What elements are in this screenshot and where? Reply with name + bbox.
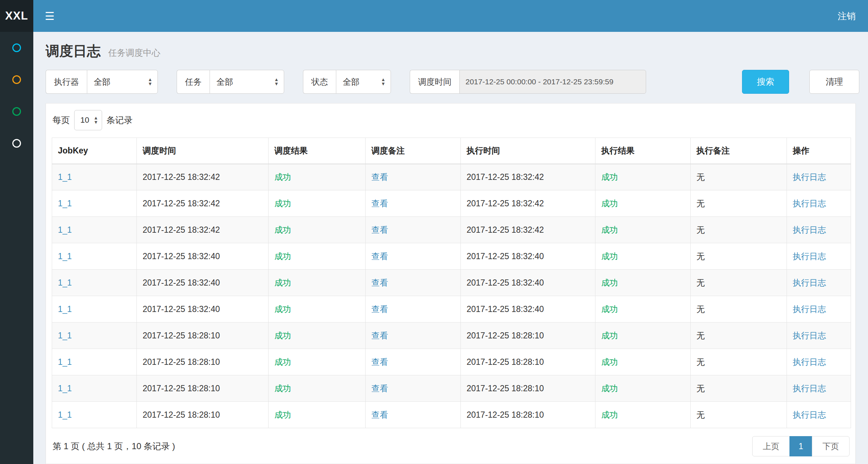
table-footer: 第 1 页 ( 总共 1 页，10 条记录 ) 上页 1 下页 bbox=[52, 436, 850, 456]
trigger-result-cell: 成功 bbox=[269, 296, 366, 322]
pagination: 上页 1 下页 bbox=[752, 436, 850, 456]
content-header: 调度日志 任务调度中心 bbox=[33, 32, 868, 70]
trigger-msg-link[interactable]: 查看 bbox=[371, 384, 388, 393]
execution-log-link[interactable]: 执行日志 bbox=[793, 304, 826, 314]
log-row: 1_1 2017-12-25 18:32:40 成功 查看 2017-12-25… bbox=[52, 270, 851, 296]
trigger-msg-link[interactable]: 查看 bbox=[371, 225, 388, 235]
status-filter-label: 状态 bbox=[303, 70, 336, 94]
handle-result-cell: 成功 bbox=[595, 217, 691, 243]
trigger-msg-link[interactable]: 查看 bbox=[371, 331, 388, 340]
handle-msg-cell: 无 bbox=[691, 375, 787, 402]
select-stepper-icon: ▲ ▼ bbox=[381, 77, 385, 86]
handle-msg-cell: 无 bbox=[691, 402, 787, 428]
log-row: 1_1 2017-12-25 18:32:40 成功 查看 2017-12-25… bbox=[52, 243, 851, 270]
trigger-result-cell: 成功 bbox=[269, 349, 366, 375]
log-row: 1_1 2017-12-25 18:32:40 成功 查看 2017-12-25… bbox=[52, 296, 851, 322]
search-button[interactable]: 搜索 bbox=[742, 70, 789, 94]
trigger-msg-link[interactable]: 查看 bbox=[371, 410, 388, 419]
log-row: 1_1 2017-12-25 18:28:10 成功 查看 2017-12-25… bbox=[52, 322, 851, 349]
col-header-trigger-msg: 调度备注 bbox=[366, 138, 461, 164]
sidebar-menu-item[interactable] bbox=[0, 127, 33, 159]
handle-msg-cell: 无 bbox=[691, 322, 787, 349]
handle-result-cell: 成功 bbox=[595, 402, 691, 428]
jobkey-link[interactable]: 1_1 bbox=[58, 410, 72, 419]
prev-page-button[interactable]: 上页 bbox=[752, 436, 790, 456]
trigger-msg-link[interactable]: 查看 bbox=[371, 199, 388, 208]
sidebar-menu-item[interactable] bbox=[0, 32, 33, 64]
trigger-msg-link[interactable]: 查看 bbox=[371, 252, 388, 261]
page-subtitle: 任务调度中心 bbox=[108, 48, 160, 58]
trigger-result-cell: 成功 bbox=[269, 190, 366, 217]
handle-msg-cell: 无 bbox=[691, 270, 787, 296]
log-table-body: 1_1 2017-12-25 18:32:42 成功 查看 2017-12-25… bbox=[52, 164, 851, 428]
sidebar-menu-item[interactable] bbox=[0, 96, 33, 127]
page-size-value: 10 bbox=[80, 115, 89, 125]
handle-time-cell: 2017-12-25 18:32:42 bbox=[461, 217, 595, 243]
execution-log-link[interactable]: 执行日志 bbox=[793, 410, 826, 419]
log-table: JobKey 调度时间 调度结果 调度备注 执行时间 执行结果 执行备注 操作 … bbox=[52, 138, 851, 428]
trigger-time-cell: 2017-12-25 18:32:42 bbox=[137, 190, 269, 217]
main-content: 调度日志 任务调度中心 执行器 全部 ▲ ▼ 任务 全部 bbox=[33, 32, 868, 464]
log-table-box: 每页 10 ▲ ▼ 条记录 JobKey bbox=[46, 103, 856, 464]
job-select-value: 全部 bbox=[216, 76, 268, 88]
logout-link[interactable]: 注销 bbox=[838, 10, 868, 22]
current-page-button[interactable]: 1 bbox=[789, 436, 812, 456]
pagination-info: 第 1 页 ( 总共 1 页，10 条记录 ) bbox=[52, 440, 175, 452]
log-row: 1_1 2017-12-25 18:28:10 成功 查看 2017-12-25… bbox=[52, 349, 851, 375]
circle-outline-icon bbox=[12, 75, 21, 84]
trigger-time-cell: 2017-12-25 18:32:42 bbox=[137, 217, 269, 243]
trigger-result-cell: 成功 bbox=[269, 402, 366, 428]
jobkey-link[interactable]: 1_1 bbox=[58, 252, 72, 261]
jobkey-link[interactable]: 1_1 bbox=[58, 278, 72, 287]
arrow-down-icon: ▼ bbox=[381, 82, 385, 86]
status-select[interactable]: 全部 ▲ ▼ bbox=[336, 70, 391, 94]
execution-log-link[interactable]: 执行日志 bbox=[793, 384, 826, 393]
jobkey-link[interactable]: 1_1 bbox=[58, 199, 72, 208]
jobkey-link[interactable]: 1_1 bbox=[58, 357, 72, 367]
trigger-time-range-input[interactable] bbox=[459, 70, 646, 94]
page-size-select[interactable]: 10 ▲ ▼ bbox=[74, 110, 102, 130]
sidebar-menu-item[interactable] bbox=[0, 64, 33, 96]
execution-log-link[interactable]: 执行日志 bbox=[793, 252, 826, 261]
job-select[interactable]: 全部 ▲ ▼ bbox=[210, 70, 284, 94]
top-navbar: XXL ☰ 注销 bbox=[0, 0, 868, 32]
jobkey-link[interactable]: 1_1 bbox=[58, 225, 72, 235]
trigger-time-cell: 2017-12-25 18:32:40 bbox=[137, 296, 269, 322]
trigger-result-cell: 成功 bbox=[269, 322, 366, 349]
trigger-result-cell: 成功 bbox=[269, 243, 366, 270]
handle-msg-cell: 无 bbox=[691, 243, 787, 270]
app-logo[interactable]: XXL bbox=[0, 0, 33, 32]
trigger-msg-link[interactable]: 查看 bbox=[371, 357, 388, 367]
page-size-suffix-label: 条记录 bbox=[106, 114, 132, 126]
execution-log-link[interactable]: 执行日志 bbox=[793, 357, 826, 367]
sidebar bbox=[0, 32, 33, 464]
log-row: 1_1 2017-12-25 18:28:10 成功 查看 2017-12-25… bbox=[52, 402, 851, 428]
jobkey-link[interactable]: 1_1 bbox=[58, 172, 72, 182]
job-filter: 任务 全部 ▲ ▼ bbox=[177, 70, 284, 94]
execution-log-link[interactable]: 执行日志 bbox=[793, 225, 826, 235]
execution-log-link[interactable]: 执行日志 bbox=[793, 331, 826, 340]
clear-button[interactable]: 清理 bbox=[809, 70, 859, 94]
jobkey-link[interactable]: 1_1 bbox=[58, 304, 72, 314]
execution-log-link[interactable]: 执行日志 bbox=[793, 199, 826, 208]
trigger-msg-link[interactable]: 查看 bbox=[371, 278, 388, 287]
page-size-prefix-label: 每页 bbox=[52, 114, 70, 126]
executor-select[interactable]: 全部 ▲ ▼ bbox=[87, 70, 158, 94]
filter-toolbar: 执行器 全部 ▲ ▼ 任务 全部 ▲ ▼ bbox=[33, 70, 868, 94]
jobkey-link[interactable]: 1_1 bbox=[58, 384, 72, 393]
jobkey-link[interactable]: 1_1 bbox=[58, 331, 72, 340]
executor-filter-label: 执行器 bbox=[46, 70, 87, 94]
trigger-msg-link[interactable]: 查看 bbox=[371, 304, 388, 314]
handle-result-cell: 成功 bbox=[595, 296, 691, 322]
circle-outline-icon bbox=[12, 107, 21, 116]
execution-log-link[interactable]: 执行日志 bbox=[793, 278, 826, 287]
sidebar-toggle-icon[interactable]: ☰ bbox=[33, 10, 66, 22]
handle-msg-cell: 无 bbox=[691, 349, 787, 375]
trigger-result-cell: 成功 bbox=[269, 217, 366, 243]
execution-log-link[interactable]: 执行日志 bbox=[793, 172, 826, 182]
handle-time-cell: 2017-12-25 18:28:10 bbox=[461, 402, 595, 428]
next-page-button[interactable]: 下页 bbox=[812, 436, 850, 456]
handle-result-cell: 成功 bbox=[595, 270, 691, 296]
trigger-time-filter-label: 调度时间 bbox=[410, 70, 459, 94]
trigger-msg-link[interactable]: 查看 bbox=[371, 172, 388, 182]
